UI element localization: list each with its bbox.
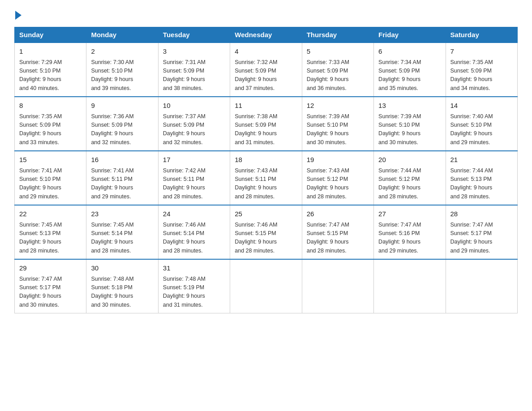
calendar-cell: 1Sunrise: 7:29 AMSunset: 5:10 PMDaylight… (15, 43, 86, 97)
day-number: 22 (19, 209, 82, 219)
day-number: 27 (378, 209, 441, 219)
calendar-cell: 29Sunrise: 7:47 AMSunset: 5:17 PMDayligh… (15, 259, 86, 313)
day-info: Sunrise: 7:43 AMSunset: 5:12 PMDaylight:… (307, 167, 369, 201)
calendar-cell: 20Sunrise: 7:44 AMSunset: 5:12 PMDayligh… (374, 151, 446, 205)
page-header (14, 11, 518, 19)
calendar-cell: 31Sunrise: 7:48 AMSunset: 5:19 PMDayligh… (158, 259, 230, 313)
calendar-cell: 26Sunrise: 7:47 AMSunset: 5:15 PMDayligh… (302, 205, 373, 259)
day-number: 6 (378, 47, 441, 57)
calendar-cell: 14Sunrise: 7:40 AMSunset: 5:10 PMDayligh… (446, 97, 517, 151)
day-number: 19 (307, 155, 369, 165)
day-info: Sunrise: 7:45 AMSunset: 5:13 PMDaylight:… (19, 221, 82, 256)
logo[interactable] (14, 11, 21, 19)
col-header-saturday: Saturday (446, 27, 517, 43)
day-info: Sunrise: 7:33 AMSunset: 5:09 PMDaylight:… (307, 58, 369, 93)
day-number: 1 (19, 47, 82, 57)
calendar-week-row: 22Sunrise: 7:45 AMSunset: 5:13 PMDayligh… (15, 205, 518, 259)
calendar-cell: 6Sunrise: 7:34 AMSunset: 5:09 PMDaylight… (374, 43, 446, 97)
calendar-cell: 3Sunrise: 7:31 AMSunset: 5:09 PMDaylight… (158, 43, 230, 97)
day-number: 20 (378, 155, 441, 165)
logo-arrow-icon (15, 11, 21, 20)
day-number: 8 (19, 101, 82, 111)
calendar-cell (230, 259, 302, 313)
day-info: Sunrise: 7:34 AMSunset: 5:09 PMDaylight:… (378, 58, 441, 93)
col-header-monday: Monday (86, 27, 158, 43)
day-number: 10 (163, 101, 225, 111)
day-number: 17 (163, 155, 225, 165)
calendar-week-row: 1Sunrise: 7:29 AMSunset: 5:10 PMDaylight… (15, 43, 518, 97)
day-number: 4 (235, 47, 297, 57)
calendar-cell: 17Sunrise: 7:42 AMSunset: 5:11 PMDayligh… (158, 151, 230, 205)
day-number: 28 (450, 209, 513, 219)
calendar-cell: 15Sunrise: 7:41 AMSunset: 5:10 PMDayligh… (15, 151, 86, 205)
day-info: Sunrise: 7:42 AMSunset: 5:11 PMDaylight:… (163, 167, 225, 201)
day-info: Sunrise: 7:41 AMSunset: 5:11 PMDaylight:… (91, 167, 153, 201)
calendar-cell: 7Sunrise: 7:35 AMSunset: 5:09 PMDaylight… (446, 43, 517, 97)
day-info: Sunrise: 7:35 AMSunset: 5:09 PMDaylight:… (19, 112, 82, 147)
day-number: 23 (91, 209, 153, 219)
day-info: Sunrise: 7:40 AMSunset: 5:10 PMDaylight:… (450, 112, 513, 147)
calendar-cell: 16Sunrise: 7:41 AMSunset: 5:11 PMDayligh… (86, 151, 158, 205)
day-info: Sunrise: 7:38 AMSunset: 5:09 PMDaylight:… (235, 112, 297, 147)
calendar-week-row: 29Sunrise: 7:47 AMSunset: 5:17 PMDayligh… (15, 259, 518, 313)
calendar-cell: 4Sunrise: 7:32 AMSunset: 5:09 PMDaylight… (230, 43, 302, 97)
day-number: 7 (450, 47, 513, 57)
day-info: Sunrise: 7:47 AMSunset: 5:17 PMDaylight:… (450, 221, 513, 256)
day-info: Sunrise: 7:45 AMSunset: 5:14 PMDaylight:… (91, 221, 153, 256)
day-info: Sunrise: 7:43 AMSunset: 5:11 PMDaylight:… (235, 167, 297, 201)
day-number: 15 (19, 155, 82, 165)
calendar-cell: 23Sunrise: 7:45 AMSunset: 5:14 PMDayligh… (86, 205, 158, 259)
day-info: Sunrise: 7:46 AMSunset: 5:15 PMDaylight:… (235, 221, 297, 256)
calendar-cell: 12Sunrise: 7:39 AMSunset: 5:10 PMDayligh… (302, 97, 373, 151)
calendar-cell: 28Sunrise: 7:47 AMSunset: 5:17 PMDayligh… (446, 205, 517, 259)
calendar-cell: 24Sunrise: 7:46 AMSunset: 5:14 PMDayligh… (158, 205, 230, 259)
day-info: Sunrise: 7:41 AMSunset: 5:10 PMDaylight:… (19, 167, 82, 201)
calendar-cell: 2Sunrise: 7:30 AMSunset: 5:10 PMDaylight… (86, 43, 158, 97)
day-number: 13 (378, 101, 441, 111)
col-header-tuesday: Tuesday (158, 27, 230, 43)
calendar-cell: 10Sunrise: 7:37 AMSunset: 5:09 PMDayligh… (158, 97, 230, 151)
day-number: 2 (91, 47, 153, 57)
day-info: Sunrise: 7:46 AMSunset: 5:14 PMDaylight:… (163, 221, 225, 256)
col-header-wednesday: Wednesday (230, 27, 302, 43)
calendar-week-row: 15Sunrise: 7:41 AMSunset: 5:10 PMDayligh… (15, 151, 518, 205)
day-number: 16 (91, 155, 153, 165)
day-info: Sunrise: 7:44 AMSunset: 5:12 PMDaylight:… (378, 167, 441, 201)
day-number: 3 (163, 47, 225, 57)
col-header-thursday: Thursday (302, 27, 373, 43)
day-number: 25 (235, 209, 297, 219)
day-info: Sunrise: 7:35 AMSunset: 5:09 PMDaylight:… (450, 58, 513, 93)
day-number: 18 (235, 155, 297, 165)
day-number: 31 (163, 263, 225, 274)
calendar-cell: 5Sunrise: 7:33 AMSunset: 5:09 PMDaylight… (302, 43, 373, 97)
day-number: 29 (19, 263, 82, 274)
day-number: 30 (91, 263, 153, 274)
day-number: 12 (307, 101, 369, 111)
calendar-cell: 13Sunrise: 7:39 AMSunset: 5:10 PMDayligh… (374, 97, 446, 151)
day-info: Sunrise: 7:36 AMSunset: 5:09 PMDaylight:… (91, 112, 153, 147)
calendar-cell: 9Sunrise: 7:36 AMSunset: 5:09 PMDaylight… (86, 97, 158, 151)
day-number: 21 (450, 155, 513, 165)
calendar-cell: 19Sunrise: 7:43 AMSunset: 5:12 PMDayligh… (302, 151, 373, 205)
calendar-cell: 18Sunrise: 7:43 AMSunset: 5:11 PMDayligh… (230, 151, 302, 205)
day-info: Sunrise: 7:30 AMSunset: 5:10 PMDaylight:… (91, 58, 153, 93)
day-info: Sunrise: 7:47 AMSunset: 5:15 PMDaylight:… (307, 221, 369, 256)
calendar-cell: 30Sunrise: 7:48 AMSunset: 5:18 PMDayligh… (86, 259, 158, 313)
calendar-header-row: SundayMondayTuesdayWednesdayThursdayFrid… (15, 27, 518, 43)
day-info: Sunrise: 7:48 AMSunset: 5:19 PMDaylight:… (163, 275, 225, 310)
day-info: Sunrise: 7:37 AMSunset: 5:09 PMDaylight:… (163, 112, 225, 147)
calendar-cell: 11Sunrise: 7:38 AMSunset: 5:09 PMDayligh… (230, 97, 302, 151)
calendar-cell: 8Sunrise: 7:35 AMSunset: 5:09 PMDaylight… (15, 97, 86, 151)
day-number: 11 (235, 101, 297, 111)
calendar-cell: 25Sunrise: 7:46 AMSunset: 5:15 PMDayligh… (230, 205, 302, 259)
day-info: Sunrise: 7:47 AMSunset: 5:16 PMDaylight:… (378, 221, 441, 256)
day-info: Sunrise: 7:29 AMSunset: 5:10 PMDaylight:… (19, 58, 82, 93)
calendar-cell: 22Sunrise: 7:45 AMSunset: 5:13 PMDayligh… (15, 205, 86, 259)
day-number: 9 (91, 101, 153, 111)
calendar-cell (302, 259, 373, 313)
day-info: Sunrise: 7:32 AMSunset: 5:09 PMDaylight:… (235, 58, 297, 93)
day-number: 14 (450, 101, 513, 111)
day-info: Sunrise: 7:44 AMSunset: 5:13 PMDaylight:… (450, 167, 513, 201)
day-info: Sunrise: 7:48 AMSunset: 5:18 PMDaylight:… (91, 275, 153, 310)
day-number: 5 (307, 47, 369, 57)
